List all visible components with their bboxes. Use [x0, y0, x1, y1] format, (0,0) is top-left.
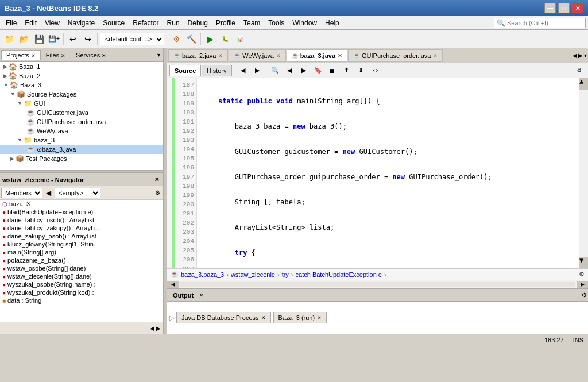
- tree-item-baza2[interactable]: ▶ 🏠 Baza_2: [0, 71, 163, 80]
- menu-navigate[interactable]: Navigate: [64, 18, 98, 28]
- tab-projects[interactable]: Projects ✕: [1, 50, 41, 60]
- more-button[interactable]: ≡: [383, 64, 397, 78]
- tab-scroll-left[interactable]: ◀: [572, 52, 577, 59]
- tab-menu-button[interactable]: ▾: [584, 52, 587, 59]
- search-input[interactable]: [507, 20, 582, 26]
- save-all-button[interactable]: 💾+: [47, 32, 61, 46]
- output-minimize[interactable]: ⚙: [582, 292, 587, 298]
- menu-profile[interactable]: Profile: [212, 18, 239, 28]
- members-filter[interactable]: Members: [1, 188, 42, 198]
- config-dropdown[interactable]: <default confi...>: [100, 33, 164, 45]
- search-box[interactable]: 🔍: [494, 18, 586, 28]
- prev-bookmark[interactable]: ◀: [283, 64, 296, 78]
- nav-member-main[interactable]: ● main(String[] arg): [0, 248, 163, 256]
- tree-item-baza3-folder[interactable]: ▼ 📁 baza_3: [0, 136, 163, 145]
- build-button[interactable]: ⚙: [169, 32, 183, 46]
- prev-error[interactable]: ⬆: [340, 64, 354, 78]
- menu-view[interactable]: View: [41, 18, 63, 28]
- diff-button[interactable]: ⇔: [369, 64, 382, 78]
- nav-member-polaczenie[interactable]: ● polaczenie_z_baza(): [0, 256, 163, 264]
- code-content[interactable]: static public void main(String arg[]) { …: [197, 78, 579, 268]
- tree-item-guicustomer[interactable]: ☕ GUICustomer.java: [0, 108, 163, 117]
- history-tab[interactable]: History: [202, 65, 231, 76]
- nav-member-wyszukaj-osobe[interactable]: ● wyszukaj_osobe(String name) :: [0, 280, 163, 288]
- tab-close[interactable]: ✕: [276, 53, 281, 59]
- panel-menu-button[interactable]: ▾: [156, 52, 162, 58]
- nav-member-dane-zakupy-tab[interactable]: ● dane_tablicy_zakupy() : ArrayLi...: [0, 224, 163, 232]
- maximize-button[interactable]: □: [558, 3, 570, 13]
- open-button[interactable]: 📂: [17, 32, 31, 46]
- new-project-button[interactable]: 📁: [2, 32, 16, 46]
- close-button[interactable]: ✕: [572, 3, 583, 13]
- editor-tab-baza3[interactable]: ☕ baza_3.java ✕: [287, 49, 347, 62]
- breadcrumb-settings[interactable]: ⚙: [579, 271, 585, 278]
- output-tab-close[interactable]: ✕: [261, 315, 266, 321]
- tree-item-gui[interactable]: ▼ 📁 GUI: [0, 99, 163, 108]
- scope-filter[interactable]: <empty>: [55, 188, 100, 198]
- tree-item-baza3java[interactable]: ☕ ⊙baza_3.java: [0, 145, 163, 154]
- nav-member-wstaw-osobe[interactable]: ● wstaw_osobe(String[] dane): [0, 264, 163, 272]
- run-button[interactable]: ▶: [203, 32, 217, 46]
- redo-button[interactable]: ↪: [81, 32, 95, 46]
- horizontal-scrollbar[interactable]: ◀ ▶: [167, 280, 588, 288]
- menu-debug[interactable]: Debug: [184, 18, 211, 28]
- menu-file[interactable]: File: [2, 18, 20, 28]
- tree-item-wewy[interactable]: ☕ WeWy.java: [0, 126, 163, 136]
- toggle-bookmarks[interactable]: 🔍: [268, 64, 282, 78]
- tree-item-baza3[interactable]: ▼ 🏠 Baza_3: [0, 80, 163, 90]
- nav-member-blad[interactable]: ● blad(BatchUpdateException e): [0, 208, 163, 216]
- scroll-right[interactable]: ▶: [577, 281, 588, 288]
- output-tab-baza3run[interactable]: Baza_3 (run) ✕: [273, 312, 327, 323]
- output-tab-close[interactable]: ✕: [199, 292, 204, 298]
- minimize-button[interactable]: —: [544, 3, 556, 13]
- menu-run[interactable]: Run: [164, 18, 183, 28]
- tree-item-guipurchase[interactable]: ☕ GUIPurchase_order.java: [0, 117, 163, 126]
- next-bookmark[interactable]: ▶: [297, 64, 311, 78]
- save-button[interactable]: 💾: [32, 32, 46, 46]
- tab-close[interactable]: ✕: [433, 53, 438, 59]
- clean-build-button[interactable]: 🔨: [184, 32, 198, 46]
- breadcrumb-try[interactable]: try: [282, 271, 289, 278]
- nav-member-dane-zakupy[interactable]: ● dane_zakupy_osob() : ArrayList: [0, 232, 163, 240]
- editor-tab-guipurchase[interactable]: ☕ GUIPurchase_order.java ✕: [348, 49, 443, 62]
- nav-member-klucz[interactable]: ● klucz_glowny(String sql1, Strin...: [0, 240, 163, 248]
- forward-button[interactable]: ▶: [250, 64, 264, 78]
- next-error[interactable]: ⬇: [354, 64, 368, 78]
- tab-services[interactable]: Services ✕: [71, 50, 111, 60]
- tab-scroll-right[interactable]: ▶: [578, 52, 583, 59]
- breadcrumb-class[interactable]: baza_3.baza_3: [181, 271, 224, 278]
- editor-scrollbar[interactable]: ▲ ▼: [579, 78, 588, 268]
- tree-item-test-packages[interactable]: ▶ 📦 Test Packages: [0, 154, 163, 163]
- nav-class-baza3[interactable]: ⬡ baza_3: [0, 200, 163, 208]
- project-tree[interactable]: ▶ 🏠 Baza_1 ▶ 🏠 Baza_2 ▼ 🏠 Baza_3 ▼ 📦 So: [0, 62, 163, 170]
- nav-member-wyszukaj-produkt[interactable]: ● wyszukaj_produkt(String kod) :: [0, 288, 163, 296]
- tree-item-baza1[interactable]: ▶ 🏠 Baza_1: [0, 62, 163, 71]
- menu-edit[interactable]: Edit: [21, 18, 40, 28]
- breadcrumb-catch[interactable]: catch BatchUpdateException e: [296, 271, 382, 278]
- output-tab-javadb[interactable]: Java DB Database Process ✕: [176, 312, 271, 323]
- menu-window[interactable]: Window: [289, 18, 320, 28]
- tab-close[interactable]: ✕: [338, 53, 342, 59]
- editor-settings[interactable]: ⚙: [572, 64, 586, 78]
- undo-button[interactable]: ↩: [66, 32, 80, 46]
- toggle-breakpoint[interactable]: ⏹: [326, 64, 339, 78]
- scroll-left[interactable]: ◀: [167, 281, 179, 288]
- navigator-menu-button[interactable]: ✕: [153, 176, 161, 183]
- menu-team[interactable]: Team: [240, 18, 264, 28]
- menu-source[interactable]: Source: [99, 18, 128, 28]
- scroll-down[interactable]: ▼: [579, 257, 588, 268]
- scroll-up[interactable]: ▲: [579, 78, 588, 90]
- tab-files[interactable]: Files ✕: [41, 50, 71, 60]
- nav-member-data[interactable]: ■ data : String: [0, 296, 163, 304]
- nav-member-dane-osob[interactable]: ● dane_tablicy_osob() : ArrayList: [0, 216, 163, 224]
- output-tab-close[interactable]: ✕: [317, 315, 322, 321]
- editor-tab-baza2[interactable]: ☕ baza_2.java ✕: [168, 49, 228, 62]
- breadcrumb-method[interactable]: wstaw_zlecenie: [231, 271, 275, 278]
- nav-settings-button[interactable]: ⚙: [153, 190, 162, 196]
- profile-button[interactable]: 📊: [233, 32, 247, 46]
- add-bookmark[interactable]: 🔖: [311, 64, 325, 78]
- tab-close[interactable]: ✕: [218, 53, 223, 59]
- output-tab[interactable]: Output: [168, 291, 198, 300]
- tree-item-source-packages[interactable]: ▼ 📦 Source Packages: [0, 90, 163, 99]
- menu-refactor[interactable]: Refactor: [129, 18, 162, 28]
